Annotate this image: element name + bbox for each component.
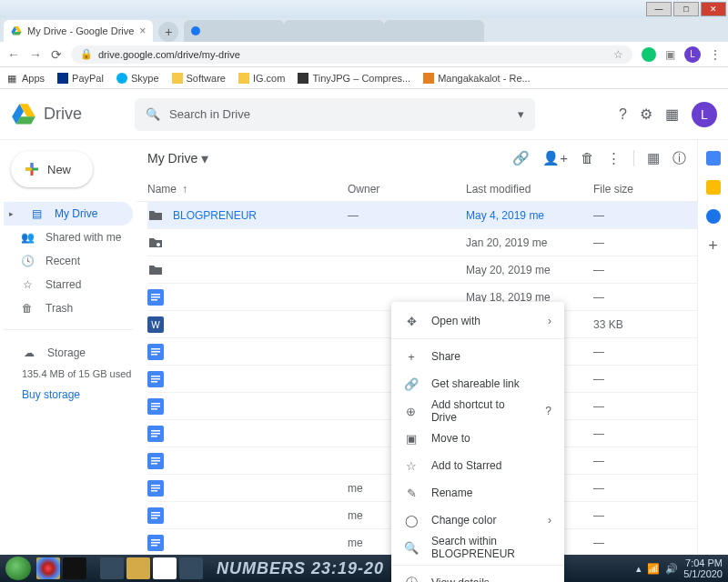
expand-arrow-icon[interactable]: ▸ — [9, 209, 18, 218]
sidebar-item-starred[interactable]: ☆Starred — [4, 273, 133, 296]
windows-taskbar: NUMBERS 23:19-20 ▴ 📶 🔊 7:04 PM 5/1/2020 — [0, 555, 728, 582]
sidebar-item-trash[interactable]: 🗑Trash — [4, 296, 133, 320]
get-link-icon[interactable]: 🔗 — [512, 150, 530, 167]
context-item-add-shortcut-to-drive[interactable]: ⊕Add shortcut to Drive? — [391, 397, 564, 425]
taskbar-app-icon[interactable] — [63, 557, 86, 579]
context-item-open-with[interactable]: ✥Open with› — [391, 307, 564, 335]
sidebar-item-recent[interactable]: 🕓Recent — [4, 249, 133, 273]
system-clock[interactable]: 7:04 PM 5/1/2020 — [683, 557, 723, 579]
bookmark-ig[interactable]: IG.com — [238, 73, 285, 84]
bookmark-apps[interactable]: ▦Apps — [7, 73, 45, 84]
search-options-icon[interactable]: ▾ — [518, 107, 524, 121]
context-item-move-to[interactable]: ▣Move to — [391, 425, 564, 452]
sidebar-item-shared[interactable]: 👥Shared with me — [4, 226, 133, 249]
browser-tab-inactive[interactable] — [384, 20, 484, 42]
bookmark-star-icon[interactable]: ☆ — [613, 48, 623, 61]
context-item-share[interactable]: +Share — [391, 343, 564, 370]
sort-asc-icon[interactable]: ↑ — [182, 183, 187, 196]
taskbar-app-icon[interactable] — [100, 557, 124, 579]
sidebar-item-label: Trash — [46, 302, 73, 315]
context-item-search-within-blogpreneur[interactable]: 🔍Search within BLOGPRENEUR — [391, 534, 564, 561]
file-row[interactable]: May 20, 2019 me— — [147, 256, 697, 284]
col-size[interactable]: File size — [593, 183, 666, 196]
lock-icon: 🔒 — [80, 48, 93, 60]
extension-icon[interactable]: ▣ — [665, 48, 675, 61]
help-icon[interactable]: ? — [545, 405, 551, 417]
taskbar-word-icon[interactable] — [153, 557, 177, 579]
nav-reload-icon[interactable]: ⟳ — [51, 47, 62, 62]
trash-icon: 🗑 — [20, 302, 35, 315]
window-close-button[interactable]: ✕ — [701, 2, 726, 16]
window-maximize-button[interactable]: □ — [673, 2, 699, 16]
context-item-label: Add to Starred — [431, 459, 501, 472]
file-row[interactable]: Jan 20, 2019 me— — [147, 229, 697, 256]
support-icon[interactable]: ? — [619, 106, 627, 123]
tasks-addon-icon[interactable] — [706, 209, 721, 224]
context-item-icon: ▣ — [404, 432, 419, 446]
context-item-rename[interactable]: ✎Rename — [391, 479, 564, 507]
settings-gear-icon[interactable]: ⚙ — [640, 105, 652, 123]
bookmark-software[interactable]: Software — [172, 73, 226, 84]
sidebar-item-label: My Drive — [55, 207, 97, 220]
calendar-addon-icon[interactable] — [706, 151, 721, 166]
svg-rect-30 — [151, 463, 157, 465]
col-name[interactable]: Name — [147, 183, 177, 196]
nav-forward-icon[interactable]: → — [29, 47, 42, 62]
context-item-label: Change color — [431, 514, 496, 527]
file-size: — — [593, 346, 666, 358]
browser-tab-inactive[interactable] — [184, 20, 284, 42]
bookmark-manga[interactable]: Mangakakalot - Re... — [423, 73, 531, 84]
more-actions-icon[interactable]: ⋮ — [607, 150, 621, 167]
share-person-icon[interactable]: 👤+ — [542, 150, 568, 167]
start-button[interactable] — [5, 557, 31, 580]
layout-grid-icon[interactable]: ▦ — [647, 150, 660, 167]
tray-network-icon[interactable]: 📶 — [647, 563, 660, 575]
apps-grid-icon[interactable]: ▦ — [665, 105, 679, 123]
bookmark-paypal[interactable]: PayPal — [57, 73, 104, 84]
taskbar-explorer-icon[interactable] — [126, 557, 150, 579]
sidebar-item-my-drive[interactable]: ▸ ▤ My Drive — [4, 202, 133, 226]
breadcrumb-caret-icon[interactable]: ▾ — [201, 150, 208, 167]
browser-tab-active[interactable]: My Drive - Google Drive × — [4, 20, 153, 42]
svg-rect-16 — [151, 376, 160, 377]
sidebar-item-label: Storage — [47, 346, 86, 359]
file-type-icon — [147, 426, 164, 442]
file-row[interactable]: BLOGPRENEUR—May 4, 2019 me— — [147, 202, 697, 229]
add-addons-icon[interactable]: + — [706, 238, 721, 253]
details-info-icon[interactable]: ⓘ — [672, 150, 686, 167]
extension-icon[interactable] — [642, 47, 656, 62]
browser-tab-inactive[interactable] — [284, 20, 384, 42]
tray-icon[interactable]: ▴ — [636, 563, 642, 575]
sidebar-item-storage[interactable]: ☁Storage — [22, 341, 133, 365]
tray-volume-icon[interactable]: 🔊 — [665, 563, 678, 575]
tab-close-icon[interactable]: × — [139, 25, 146, 37]
chrome-profile-avatar[interactable]: L — [684, 46, 701, 63]
context-item-view-details[interactable]: ⓘView details — [391, 569, 564, 582]
context-item-get-shareable-link[interactable]: 🔗Get shareable link — [391, 370, 564, 397]
chrome-menu-icon[interactable]: ⋮ — [710, 48, 721, 61]
new-tab-button[interactable]: + — [158, 22, 178, 42]
svg-rect-21 — [151, 406, 160, 407]
context-item-add-to-starred[interactable]: ☆Add to Starred — [391, 452, 564, 479]
nav-back-icon[interactable]: ← — [7, 47, 20, 62]
bookmark-tinyjpg[interactable]: TinyJPG – Compres... — [298, 73, 410, 84]
taskbar-app-icon[interactable] — [179, 557, 203, 579]
buy-storage-link[interactable]: Buy storage — [22, 388, 133, 401]
svg-rect-34 — [151, 490, 157, 492]
drive-body: New ▸ ▤ My Drive 👥Shared with me 🕓Recent… — [0, 140, 728, 578]
window-minimize-button[interactable]: — — [646, 2, 672, 16]
keep-addon-icon[interactable] — [706, 180, 721, 195]
drive-logo[interactable]: Drive — [11, 102, 120, 127]
delete-icon[interactable]: 🗑 — [581, 150, 594, 167]
search-input[interactable]: 🔍 Search in Drive ▾ — [135, 98, 535, 131]
taskbar-chrome-icon[interactable] — [36, 557, 60, 579]
bookmark-skype[interactable]: Skype — [116, 73, 159, 84]
breadcrumb[interactable]: My Drive — [147, 151, 197, 166]
col-owner[interactable]: Owner — [348, 183, 466, 196]
col-modified[interactable]: Last modified — [466, 183, 593, 196]
browser-address-bar: ← → ⟳ 🔒 drive.google.com/drive/my-drive … — [0, 42, 728, 67]
url-field[interactable]: 🔒 drive.google.com/drive/my-drive ☆ — [71, 45, 632, 64]
account-avatar[interactable]: L — [692, 102, 717, 127]
context-item-change-color[interactable]: ◯Change color› — [391, 507, 564, 534]
new-button[interactable]: New — [11, 151, 93, 187]
